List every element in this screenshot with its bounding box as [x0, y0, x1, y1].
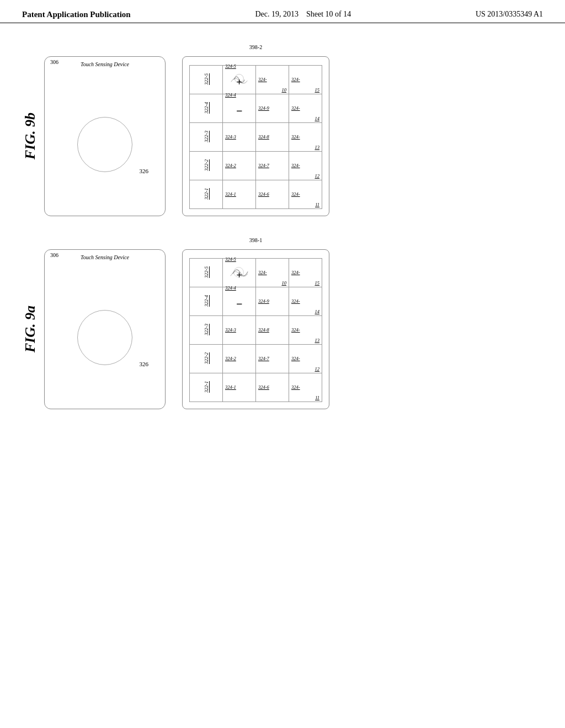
minus-symbol-9b: − [224, 98, 254, 124]
grid-cell-324-14b: 324- 14 [289, 94, 322, 123]
grid-container-9b: 398-2 322-5 324-5 [182, 56, 329, 216]
grid-cell-324-9b: 324-9 [256, 94, 289, 123]
grid-cell-324-4b: 324-4 − [223, 94, 256, 123]
page-header: Patent Application Publication Dec. 19, … [0, 0, 565, 23]
grid-table-9a: 322-5 324-5 + [189, 258, 322, 402]
grid-cell-324-10a: 324- 10 [256, 259, 289, 287]
row-label-2-9b: 322-2 [190, 152, 223, 180]
grid-cell-324-15b: 324- 15 [289, 66, 322, 94]
grid-cell-324-13b: 324- 13 [289, 123, 322, 152]
publication-title: Patent Application Publication [22, 10, 131, 19]
grid-cell-324-11b: 324- 11 [289, 180, 322, 209]
grid-cell-324-1b: 324-1 [223, 180, 256, 209]
gesture-scribble-9a [223, 259, 255, 287]
device-circle-9b [77, 117, 132, 172]
patent-number: US 2013/0335349 A1 [476, 10, 543, 19]
table-row: 322-2 324-2 324-7 324- 12 [190, 345, 322, 373]
grid-cell-324-11a: 324- 11 [289, 373, 322, 402]
grid-cell-325-5b: 324-5 + [223, 66, 256, 94]
device-box-9a: 306 Touch Sensing Device 326 [44, 249, 166, 409]
grid-cell-324-10b: 324- 10 [256, 66, 289, 94]
fig9b-label: FIG. 9b [22, 113, 39, 159]
row-label-4-9b: 322-4 [190, 94, 223, 123]
row-label-1-9a: 322-1 [190, 373, 223, 402]
grid-container-9a: 398-1 322-5 324-5 [182, 249, 329, 409]
row-label-2-9a: 322-2 [190, 345, 223, 373]
sheet-info: Sheet 10 of 14 [306, 10, 351, 18]
table-row: 322-3 324-3 324-8 324- 13 [190, 123, 322, 152]
grid-cell-324-12a: 324- 12 [289, 345, 322, 373]
grid-table-9b: 322-5 324-5 + [189, 65, 322, 209]
grid-cell-324-7b: 324-7 [256, 152, 289, 180]
grid-cell-324-12b: 324- 12 [289, 152, 322, 180]
table-row: 322-1 324-1 324-6 324- 11 [190, 180, 322, 209]
grid-cell-324-1a: 324-1 [223, 373, 256, 402]
table-row: 322-2 324-2 324-7 324- 12 [190, 152, 322, 180]
row-label-3-9b: 322-3 [190, 123, 223, 152]
figure-9b: FIG. 9b 306 Touch Sensing Device 326 398… [22, 56, 543, 216]
device-name-9a: Touch Sensing Device [81, 254, 129, 260]
table-row: 322-5 324-5 + [190, 259, 322, 287]
publication-date-sheet: Dec. 19, 2013 Sheet 10 of 14 [255, 10, 351, 19]
grid-ref-9b: 398-2 [249, 44, 262, 50]
gesture-scribble [223, 66, 255, 94]
grid-cell-324-3b: 324-3 [223, 123, 256, 152]
grid-cell-324-13a: 324- 13 [289, 316, 322, 345]
grid-panel-9b: 322-5 324-5 + [182, 56, 329, 216]
grid-cell-324-3a: 324-3 [223, 316, 256, 345]
grid-ref-9a: 398-1 [249, 237, 262, 243]
circle-ref-9a: 326 [140, 361, 149, 367]
device-ref-9b: 306 [50, 59, 58, 65]
device-name-9b: Touch Sensing Device [81, 61, 129, 67]
table-row: 322-5 324-5 + [190, 66, 322, 94]
row-label-1-9b: 322-1 [190, 180, 223, 209]
minus-symbol-9a: − [224, 291, 254, 317]
device-ref-9a: 306 [50, 252, 58, 258]
table-row: 322-3 324-3 324-8 324- 13 [190, 316, 322, 345]
row-label-5-9a: 322-5 [190, 259, 223, 287]
device-circle-9a [77, 310, 132, 365]
circle-ref-9b: 326 [140, 168, 149, 174]
table-row: 322-1 324-1 324-6 324- 11 [190, 373, 322, 402]
svg-point-1 [234, 267, 244, 277]
grid-cell-324-8b: 324-8 [256, 123, 289, 152]
row-label-3-9a: 322-3 [190, 316, 223, 345]
fig9a-label: FIG. 9a [22, 306, 39, 352]
grid-cell-324-4a: 324-4 − [223, 287, 256, 316]
grid-panel-9a: 322-5 324-5 + [182, 249, 329, 409]
grid-cell-324-2a: 324-2 [223, 345, 256, 373]
table-row: 322-4 324-4 − 324-9 324- 14 [190, 287, 322, 316]
grid-cell-324-7a: 324-7 [256, 345, 289, 373]
publication-date: Dec. 19, 2013 [255, 10, 299, 18]
grid-cell-324-2b: 324-2 [223, 152, 256, 180]
grid-cell-324-5a: 324-5 + [223, 259, 256, 287]
figure-9a: FIG. 9a 306 Touch Sensing Device 326 398… [22, 249, 543, 409]
table-row: 322-4 324-4 − 324-9 324- 14 [190, 94, 322, 123]
grid-cell-324-9a: 324-9 [256, 287, 289, 316]
main-content: FIG. 9b 306 Touch Sensing Device 326 398… [0, 23, 565, 431]
grid-cell-324-6a: 324-6 [256, 373, 289, 402]
row-label-4-9a: 322-4 [190, 287, 223, 316]
row-label-5-9b: 322-5 [190, 66, 223, 94]
grid-cell-324-14a: 324- 14 [289, 287, 322, 316]
grid-cell-324-8a: 324-8 [256, 316, 289, 345]
grid-cell-324-6b: 324-6 [256, 180, 289, 209]
grid-cell-324-15a: 324- 15 [289, 259, 322, 287]
device-box-9b: 306 Touch Sensing Device 326 [44, 56, 166, 216]
